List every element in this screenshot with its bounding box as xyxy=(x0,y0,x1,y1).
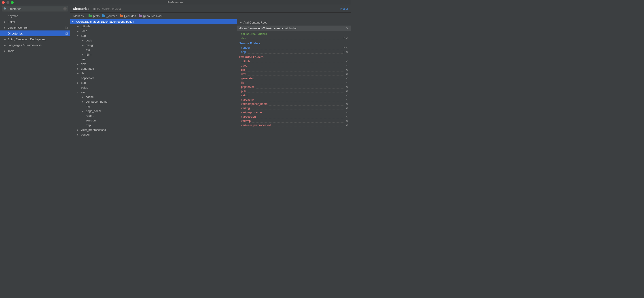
tree-row[interactable]: ▶design xyxy=(70,43,237,48)
tree-row[interactable]: ▶.github xyxy=(70,24,237,29)
remove-folder-icon[interactable]: ✕ xyxy=(346,68,348,71)
close-window-button[interactable] xyxy=(2,1,5,4)
mark-resource-button[interactable]: Resource Root xyxy=(139,14,162,18)
folder-entry[interactable]: lib✕ xyxy=(237,80,350,85)
zoom-window-button[interactable] xyxy=(11,1,14,4)
sidebar-item-build-execution-deployment[interactable]: ▶Build, Execution, Deployment xyxy=(0,36,70,42)
caret-down-icon[interactable]: ▼ xyxy=(76,91,79,93)
edit-properties-icon[interactable]: P xyxy=(344,37,345,39)
folder-entry[interactable]: var/log✕ xyxy=(237,106,350,110)
tree-row[interactable]: ▼var xyxy=(70,90,237,95)
folder-entry[interactable]: bin✕ xyxy=(237,68,350,72)
reset-button[interactable]: Reset xyxy=(340,7,348,10)
edit-properties-icon[interactable]: P xyxy=(344,46,345,49)
tree-row[interactable]: ▶dev xyxy=(70,62,237,66)
tree-row[interactable]: report xyxy=(70,113,237,118)
tree-row[interactable]: etc xyxy=(70,48,237,52)
preferences-search[interactable]: 🔍 ✕ xyxy=(2,6,68,12)
folder-entry[interactable]: var/session✕ xyxy=(237,114,350,119)
caret-right-icon[interactable]: ▶ xyxy=(76,30,79,32)
caret-right-icon[interactable]: ▶ xyxy=(76,63,79,65)
caret-right-icon[interactable]: ▶ xyxy=(76,133,79,136)
tree-row[interactable]: ▶generated xyxy=(70,66,237,71)
caret-down-icon[interactable]: ▼ xyxy=(76,35,79,37)
remove-folder-icon[interactable]: ✕ xyxy=(346,119,348,122)
tree-row[interactable]: ▼app xyxy=(70,33,237,38)
clear-search-icon[interactable]: ✕ xyxy=(63,7,67,11)
caret-right-icon[interactable]: ▶ xyxy=(82,110,84,112)
sidebar-item-version-control[interactable]: ▶Version Control⿻ xyxy=(0,25,70,31)
folder-entry[interactable]: .idea✕ xyxy=(237,63,350,68)
remove-folder-icon[interactable]: ✕ xyxy=(346,64,348,67)
tree-row[interactable]: setup xyxy=(70,85,237,90)
tree-row[interactable]: ▶composer_home xyxy=(70,99,237,104)
search-input[interactable] xyxy=(8,7,63,11)
folder-entry[interactable]: var/composer_home✕ xyxy=(237,102,350,106)
folder-entry[interactable]: var/tmp✕ xyxy=(237,119,350,123)
sidebar-item-languages-frameworks[interactable]: ▶Languages & Frameworks xyxy=(0,42,70,48)
directory-tree[interactable]: ▼/Users/raulmateos/Sites/magentocontribu… xyxy=(70,19,237,162)
caret-right-icon[interactable]: ▶ xyxy=(82,101,84,103)
remove-folder-icon[interactable]: ✕ xyxy=(346,107,348,110)
remove-folder-icon[interactable]: ✕ xyxy=(346,73,348,76)
caret-down-icon[interactable]: ▼ xyxy=(72,21,74,23)
minimize-window-button[interactable] xyxy=(6,1,9,4)
tree-row[interactable]: ▼/Users/raulmateos/Sites/magentocontribu… xyxy=(70,19,237,24)
folder-entry[interactable]: appP✕ xyxy=(237,50,350,54)
mark-tests-button[interactable]: Tests xyxy=(88,14,100,18)
caret-right-icon[interactable]: ▶ xyxy=(76,68,79,70)
remove-folder-icon[interactable]: ✕ xyxy=(346,60,348,63)
sidebar-item-editor[interactable]: ▶Editor xyxy=(0,19,70,25)
sidebar-item-keymap[interactable]: Keymap xyxy=(0,13,70,19)
tree-row[interactable]: ▶pub xyxy=(70,80,237,85)
tree-row[interactable]: ▶view_preprocessed xyxy=(70,127,237,132)
tree-row[interactable]: phpserver xyxy=(70,76,237,80)
tree-row[interactable]: ▶vendor xyxy=(70,132,237,137)
remove-folder-icon[interactable]: ✕ xyxy=(346,102,348,105)
folder-entry[interactable]: devP✕ xyxy=(237,36,350,40)
folder-entry[interactable]: pub✕ xyxy=(237,89,350,93)
sidebar-item-directories[interactable]: Directories⿻ xyxy=(0,31,70,36)
caret-right-icon[interactable]: ▶ xyxy=(82,96,84,98)
remove-folder-icon[interactable]: ✕ xyxy=(346,124,348,127)
remove-folder-icon[interactable]: ✕ xyxy=(346,46,348,49)
sidebar-item-tools[interactable]: ▶Tools xyxy=(0,48,70,54)
folder-entry[interactable]: setup✕ xyxy=(237,93,350,97)
folder-entry[interactable]: generated✕ xyxy=(237,76,350,80)
remove-folder-icon[interactable]: ✕ xyxy=(346,98,348,101)
tree-row[interactable]: ▶code xyxy=(70,38,237,43)
tree-row[interactable]: ▶.idea xyxy=(70,29,237,33)
remove-folder-icon[interactable]: ✕ xyxy=(346,94,348,97)
caret-right-icon[interactable]: ▶ xyxy=(82,39,84,42)
remove-folder-icon[interactable]: ✕ xyxy=(346,81,348,84)
remove-root-icon[interactable]: ✕ xyxy=(346,27,348,30)
tree-row[interactable]: ▶cache xyxy=(70,95,237,99)
caret-right-icon[interactable]: ▶ xyxy=(82,44,84,46)
mark-sources-button[interactable]: Sources xyxy=(102,14,117,18)
tree-row[interactable]: session xyxy=(70,118,237,123)
folder-entry[interactable]: vendorP✕ xyxy=(237,46,350,50)
folder-entry[interactable]: dev✕ xyxy=(237,72,350,76)
tree-row[interactable]: log xyxy=(70,104,237,109)
mark-excluded-button[interactable]: Excluded xyxy=(120,14,136,18)
remove-folder-icon[interactable]: ✕ xyxy=(346,90,348,93)
caret-right-icon[interactable]: ▶ xyxy=(76,72,79,75)
remove-folder-icon[interactable]: ✕ xyxy=(346,37,348,40)
tree-row[interactable]: bin xyxy=(70,57,237,62)
caret-right-icon[interactable]: ▶ xyxy=(82,54,84,56)
caret-right-icon[interactable]: ▶ xyxy=(76,82,79,84)
folder-entry[interactable]: var/cache✕ xyxy=(237,97,350,102)
tree-row[interactable]: ▶i18n xyxy=(70,52,237,57)
tree-row[interactable]: ▶lib xyxy=(70,71,237,76)
remove-folder-icon[interactable]: ✕ xyxy=(346,85,348,88)
add-content-root-button[interactable]: ＋ Add Content Root xyxy=(237,19,350,26)
tree-row[interactable]: ▶page_cache xyxy=(70,109,237,113)
remove-folder-icon[interactable]: ✕ xyxy=(346,115,348,118)
remove-folder-icon[interactable]: ✕ xyxy=(346,111,348,114)
folder-entry[interactable]: .github✕ xyxy=(237,59,350,63)
caret-right-icon[interactable]: ▶ xyxy=(76,25,79,28)
folder-entry[interactable]: var/page_cache✕ xyxy=(237,110,350,114)
folder-entry[interactable]: phpserver✕ xyxy=(237,85,350,89)
tree-row[interactable]: tmp xyxy=(70,123,237,127)
caret-right-icon[interactable]: ▶ xyxy=(76,129,79,131)
